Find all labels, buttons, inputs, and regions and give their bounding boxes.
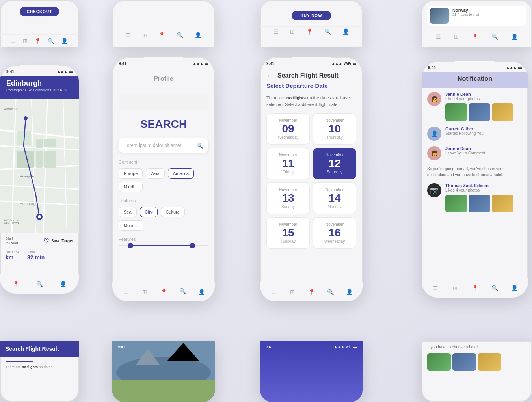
nav2-search-icon[interactable]: 🔍 (324, 28, 331, 35)
bottom-flight-header: Search Flight Result (0, 341, 79, 357)
range-thumb-left[interactable] (128, 243, 133, 248)
search-nav-search-icon[interactable]: 🔍 (178, 288, 187, 296)
edinburgh-nav-pin-icon[interactable]: 📍 (11, 280, 20, 288)
notif-item-jennie-2[interactable]: 👩 Jennie Dean Leave You a Comment (427, 146, 523, 160)
date-day-15: 15 (272, 227, 305, 238)
flight-nav-pin-icon[interactable]: 📍 (307, 288, 316, 296)
start-road-label2: to Road (6, 241, 18, 246)
tag-mountain[interactable]: Moun... (119, 220, 143, 231)
nav-search-icon[interactable]: 🔍 (177, 32, 183, 38)
tag-sea[interactable]: Sea (119, 207, 137, 217)
bottom-nav-pin-icon[interactable]: 📍 (34, 38, 41, 44)
nav3-pin-icon[interactable]: 📍 (472, 34, 478, 40)
nav-user-icon[interactable]: 👤 (195, 32, 201, 38)
date-card-12[interactable]: November 12 Saturday (313, 148, 356, 179)
date-month-13: November (272, 188, 305, 192)
tag-culture[interactable]: Culture (161, 207, 185, 217)
nav3-grid-icon[interactable]: ⊞ (454, 34, 459, 40)
tag-asia[interactable]: Asia (146, 168, 164, 179)
nav-pin-icon[interactable]: 📍 (158, 32, 165, 38)
norway-card[interactable]: Norway 21 Places to visit (427, 6, 526, 26)
notif-thumb-thomas-3 (492, 195, 513, 212)
tag-city[interactable]: City (140, 207, 158, 217)
date-card-11[interactable]: November 11 Friday (266, 148, 310, 179)
notif-nav-menu-icon[interactable]: ☰ (431, 284, 440, 292)
search-input-row[interactable]: Lorem ipsum dolor sit amet 🔍 (119, 138, 208, 153)
search-nav-pin-icon[interactable]: 📍 (159, 288, 168, 296)
save-target-button[interactable]: ♡ Save Target (43, 237, 73, 245)
buy-now-button[interactable]: BUY NOW (292, 11, 331, 20)
checkout-button[interactable]: CHECKOUT (20, 7, 59, 16)
range-fill (128, 245, 195, 246)
svg-text:EDINBURGH: EDINBURGH (4, 218, 20, 221)
flight-header: ← Search Flight Result (266, 68, 356, 82)
notif-name-jennie-2: Jennie Dean (445, 146, 523, 151)
date-card-10[interactable]: November 10 Thursday (313, 113, 356, 145)
tag-america[interactable]: America (168, 168, 194, 179)
notif-item-thomas[interactable]: 📷 Thomas Zack Edison Liked 4 your photos (427, 183, 523, 212)
notif-nav-pin-icon[interactable]: 📍 (471, 284, 479, 292)
nav-menu-icon[interactable]: ☰ (126, 32, 131, 38)
date-day-11: 11 (272, 158, 305, 169)
flight-nav-search-icon[interactable]: 🔍 (326, 288, 335, 296)
nav3-menu-icon[interactable]: ☰ (436, 34, 441, 40)
nav2-menu-icon[interactable]: ☰ (273, 28, 279, 35)
notif-nav-search-icon[interactable]: 🔍 (490, 284, 499, 292)
flight-nav-menu-icon[interactable]: ☰ (269, 288, 278, 296)
search-nav-menu-icon[interactable]: ☰ (121, 288, 130, 296)
date-card-15[interactable]: November 15 Tuesday (266, 217, 310, 249)
flight-nav-grid-icon[interactable]: ⊞ (288, 288, 297, 296)
back-arrow-button[interactable]: ← (266, 72, 273, 79)
notif-nav-grid-icon[interactable]: ⊞ (451, 284, 459, 292)
date-card-16[interactable]: November 16 Wednesday (313, 217, 356, 249)
phone-notch-edinburgh (20, 65, 59, 74)
notif-thumb-thomas-1 (445, 195, 467, 212)
date-card-13[interactable]: November 13 Sunday (266, 182, 310, 214)
nav2-grid-icon[interactable]: ⊞ (290, 28, 295, 35)
nav2-pin-icon[interactable]: 📍 (306, 28, 313, 35)
notif-item-garrett[interactable]: 👤 Garrett Gilbert Started Following You (427, 127, 523, 141)
bottom-nav-search-icon[interactable]: 🔍 (48, 38, 54, 44)
date-card-09[interactable]: November 09 Wednesday (266, 113, 310, 145)
notif-nav-user-icon[interactable]: 👤 (510, 284, 519, 292)
notif-content-thomas: Thomas Zack Edison Liked 4 your photos (445, 183, 523, 212)
edinburgh-nav-search-icon[interactable]: 🔍 (35, 280, 44, 288)
notif-action-jennie-1: Liked 4 your photos (445, 97, 523, 101)
bottom-nav-user-icon[interactable]: 👤 (61, 38, 68, 44)
search-nav-grid-icon[interactable]: ⊞ (140, 288, 149, 296)
distance-value: km (6, 254, 19, 261)
notif-item-jennie-1[interactable]: 👩 Jennie Dean Liked 4 your photos (427, 92, 523, 121)
tag-middle[interactable]: Middl... (119, 182, 143, 192)
search-input-icon[interactable]: 🔍 (196, 142, 203, 149)
search-nav-user-icon[interactable]: 👤 (197, 288, 206, 296)
notif-thumb-thomas-2 (469, 195, 490, 212)
svg-text:Murrayfield: Murrayfield (20, 175, 35, 178)
range-slider[interactable] (119, 245, 208, 246)
bottom-nav-grid-icon[interactable]: ⊞ (23, 38, 28, 44)
nav3-user-icon[interactable]: 👤 (511, 34, 518, 40)
start-road-action[interactable]: Start to Road (6, 236, 18, 246)
nav2-user-icon[interactable]: 👤 (342, 28, 349, 35)
notif-avatar-jennie-2: 👩 (427, 146, 441, 160)
comment-text-block: So you're going abroad, you've chosen yo… (427, 166, 523, 178)
edinburgh-nav-user-icon[interactable]: 👤 (59, 280, 67, 288)
svg-text:Edinburgh: Edinburgh (20, 201, 38, 206)
tag-europe[interactable]: Europe (119, 168, 143, 179)
map-footer: Start to Road ♡ Save Target (0, 233, 79, 249)
date-card-14[interactable]: November 14 Monday (313, 182, 356, 214)
range-thumb-right[interactable] (190, 243, 195, 248)
time-stat-label: Time (27, 250, 45, 254)
nav-grid-icon[interactable]: ⊞ (142, 32, 147, 38)
status-time-edinburgh: 9:41 (6, 69, 14, 74)
battery-icon: ▬ (69, 69, 73, 73)
phone-bottom-3: 9:41 ▲▲▲ WiFi ▬ (260, 341, 363, 402)
edinburgh-title: Edinburgh (6, 79, 73, 87)
map-area[interactable]: Albert St Murrayfield Edinburgh EDINBURG… (0, 99, 79, 233)
bottom-bar-search: ☰ ⊞ 📍 🔍 👤 (112, 282, 215, 302)
flight-nav-user-icon[interactable]: 👤 (345, 288, 353, 296)
svg-text:Albert St: Albert St (4, 107, 18, 111)
notification-header: Notification (422, 72, 528, 88)
bottom-nav-menu-icon[interactable]: ☰ (11, 38, 16, 44)
nav3-search-icon[interactable]: 🔍 (491, 34, 498, 40)
date-month-10: November (318, 118, 351, 123)
